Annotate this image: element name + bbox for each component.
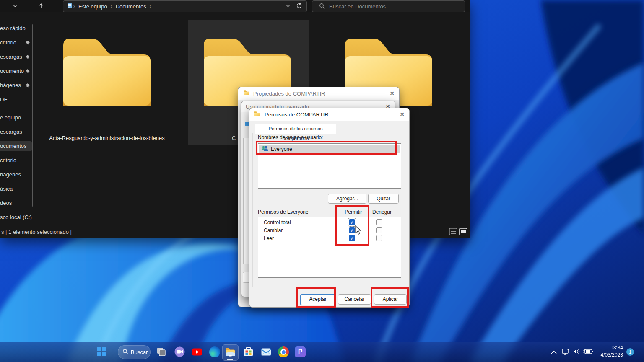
agregar-button[interactable]: Agregar... bbox=[328, 194, 366, 204]
nav-chevron-down-icon[interactable] bbox=[10, 0, 20, 16]
sidebar-item-escritorio[interactable]: critorio bbox=[0, 38, 32, 48]
pin-icon bbox=[24, 54, 30, 64]
chrome-icon[interactable] bbox=[278, 346, 289, 357]
cancelar-button[interactable]: Cancelar bbox=[338, 294, 371, 305]
breadcrumb-chevron: › bbox=[110, 3, 113, 9]
pin-icon bbox=[24, 39, 30, 49]
address-bar[interactable]: › Este equipo › Documentos › bbox=[63, 0, 307, 12]
dialog-permisos-titlebar: Permisos de COMPARTIR ✕ bbox=[249, 108, 409, 121]
clock-time: 13:34 bbox=[597, 344, 623, 352]
sidebar-item-label: eso rápido bbox=[0, 25, 26, 31]
permission-row-label: Cambiar bbox=[264, 228, 283, 233]
pin-icon bbox=[24, 82, 30, 92]
sidebar-item-documento[interactable]: ocumento bbox=[0, 66, 32, 76]
explorer-search-input[interactable]: Buscar en Documentos bbox=[312, 0, 465, 12]
tab-permisos-recursos-compartidos[interactable]: Permisos de los recursos compartidos bbox=[255, 124, 336, 134]
uso-checkbox-fragment bbox=[245, 122, 249, 126]
sidebar-item-label: sco local (C:) bbox=[0, 214, 32, 220]
camera-app-icon[interactable] bbox=[174, 346, 185, 357]
notification-badge[interactable]: 1 bbox=[626, 348, 634, 356]
sidebar-item-label: hágenes bbox=[0, 171, 21, 178]
sidebar-item-este-equipo[interactable]: e equipo bbox=[0, 113, 32, 123]
folder-icon bbox=[243, 90, 250, 97]
dialog-title-text: Permisos de COMPARTIR bbox=[265, 111, 329, 118]
file-explorer-open-indicator bbox=[227, 359, 233, 360]
details-view-button[interactable] bbox=[449, 228, 457, 235]
folder-icon-acta[interactable] bbox=[57, 31, 157, 114]
sidebar-item-imagenes[interactable]: hágenes bbox=[0, 80, 32, 90]
breadcrumb-chevron: › bbox=[149, 3, 152, 9]
annotation-box-permitir-column bbox=[335, 205, 369, 246]
dialog-propiedades-titlebar: Propiedades de COMPARTIR ✕ bbox=[238, 87, 399, 100]
quitar-button[interactable]: Quitar bbox=[368, 194, 399, 204]
taskbar-search[interactable]: Buscar bbox=[118, 345, 151, 359]
checkbox-denegar-control-total[interactable] bbox=[376, 219, 382, 225]
taskbar-clock[interactable]: 13:34 4/03/2023 bbox=[597, 344, 623, 359]
pin-icon bbox=[24, 68, 30, 78]
sidebar-scrollbar[interactable] bbox=[32, 24, 33, 207]
sidebar-item-label: escargas bbox=[0, 54, 22, 60]
annotation-box-aplicar bbox=[371, 287, 409, 308]
mail-icon[interactable] bbox=[261, 346, 272, 357]
sidebar-item-label: hágenes bbox=[0, 82, 21, 88]
permissions-listbox: Control total Cambiar Leer bbox=[258, 217, 401, 278]
tray-chevron-up-icon[interactable] bbox=[551, 349, 557, 357]
permissions-label: Permisos de Everyone bbox=[258, 209, 309, 215]
sidebar-item-acceso-rapido[interactable]: eso rápido bbox=[0, 23, 32, 34]
clock-date: 4/03/2023 bbox=[597, 352, 623, 359]
tray-speaker-icon[interactable] bbox=[572, 348, 581, 357]
tray-battery-icon[interactable] bbox=[583, 348, 593, 357]
sidebar-item-escritorio-2[interactable]: critorio bbox=[0, 155, 32, 165]
statusbar-selection-text: s | 1 elemento seleccionado | bbox=[0, 229, 72, 235]
start-button[interactable] bbox=[96, 346, 107, 357]
p-app-icon[interactable]: P bbox=[295, 346, 306, 357]
sidebar-item-musica[interactable]: úsica bbox=[0, 184, 32, 194]
screen: › Este equipo › Documentos › Buscar en D… bbox=[0, 0, 644, 362]
breadcrumb-este-equipo[interactable]: Este equipo bbox=[76, 3, 110, 10]
close-icon[interactable]: ✕ bbox=[395, 111, 409, 118]
annotation-box-aceptar bbox=[296, 287, 336, 308]
folder-label-acta[interactable]: Acta-Resguardo-y-administracion-de-los-b… bbox=[46, 135, 168, 141]
sidebar-item-pdf[interactable]: DF bbox=[0, 95, 32, 105]
sidebar-item-documentos[interactable]: ocumentos bbox=[0, 141, 32, 151]
sidebar-item-label: deos bbox=[0, 200, 12, 206]
microsoft-store-icon[interactable] bbox=[243, 346, 254, 357]
close-icon[interactable]: ✕ bbox=[385, 90, 399, 97]
dialog-permisos-compartir: Permisos de COMPARTIR ✕ Permisos de los … bbox=[249, 108, 410, 308]
sidebar-item-videos[interactable]: deos bbox=[0, 198, 32, 208]
youtube-icon[interactable] bbox=[192, 346, 203, 357]
nav-up-button[interactable] bbox=[36, 0, 46, 16]
file-explorer-icon[interactable] bbox=[225, 346, 236, 357]
folder-icon bbox=[254, 111, 261, 118]
sidebar-item-label: DF bbox=[0, 96, 7, 103]
permission-row-label: Leer bbox=[264, 235, 274, 241]
refresh-icon[interactable] bbox=[296, 3, 302, 10]
dialog-title-text: Propiedades de COMPARTIR bbox=[253, 90, 325, 97]
thumbnail-view-button[interactable] bbox=[459, 228, 467, 235]
breadcrumb-chevron: › bbox=[73, 3, 76, 9]
permission-row-label: Control total bbox=[264, 220, 291, 225]
sidebar-item-label: ocumento bbox=[0, 68, 24, 74]
annotation-box-everyone bbox=[256, 141, 397, 155]
mouse-cursor bbox=[355, 225, 363, 237]
sidebar-item-label: critorio bbox=[0, 39, 16, 46]
sidebar-item-label: critorio bbox=[0, 157, 16, 163]
tray-display-icon[interactable] bbox=[561, 347, 570, 357]
sidebar-item-disco-local[interactable]: sco local (C:) bbox=[0, 212, 32, 222]
checkbox-denegar-leer[interactable] bbox=[376, 235, 382, 241]
column-header-denegar: Denegar bbox=[371, 209, 393, 215]
sidebar-item-label: úsica bbox=[0, 186, 13, 192]
breadcrumb-documentos[interactable]: Documentos bbox=[113, 3, 149, 10]
checkbox-denegar-cambiar[interactable] bbox=[376, 227, 382, 233]
sidebar-item-imagenes-2[interactable]: hágenes bbox=[0, 170, 32, 180]
sidebar-item-descargas-2[interactable]: escargas bbox=[0, 127, 32, 137]
address-dropdown-chevron[interactable] bbox=[285, 3, 291, 10]
sidebar-item-label: e equipo bbox=[0, 114, 21, 121]
sidebar-item-label: escargas bbox=[0, 129, 22, 135]
location-icon bbox=[67, 3, 73, 10]
task-view-icon[interactable] bbox=[156, 346, 167, 357]
edge-icon[interactable] bbox=[209, 346, 220, 357]
sidebar-item-descargas[interactable]: escargas bbox=[0, 52, 32, 62]
sidebar-item-label: ocumentos bbox=[0, 143, 27, 149]
taskbar-search-label: Buscar bbox=[131, 349, 148, 355]
